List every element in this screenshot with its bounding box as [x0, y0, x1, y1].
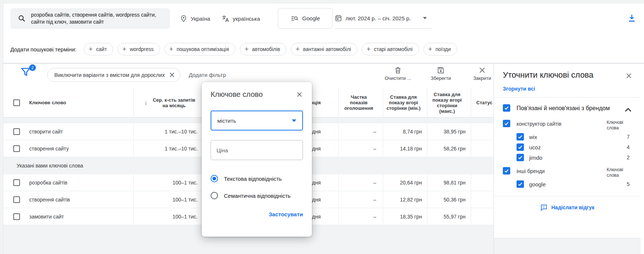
operator-select[interactable]: містить — [211, 111, 303, 131]
volume-cell: 100–1 тис. — [134, 191, 207, 208]
brand-group-row[interactable]: Пов'язані й непов'язані з брендом — [494, 98, 641, 115]
filter-funnel-button[interactable]: 2 — [20, 66, 36, 81]
header-volume[interactable]: ↓ Сер. к-сть запитів на місяць — [134, 88, 207, 117]
save-icon — [437, 66, 445, 74]
add-filter-button[interactable]: Додати фільтр — [189, 72, 226, 78]
keywords-input[interactable]: розробка сайтів, створення сайтів, wordp… — [31, 11, 160, 26]
radio-unselected-icon[interactable] — [211, 192, 218, 199]
brand-checkbox[interactable] — [517, 133, 524, 140]
add-term-chip[interactable]: +wordpress — [117, 43, 160, 55]
subgroup-checkbox[interactable] — [503, 120, 510, 127]
header-top-bid-min[interactable]: Ставка для показу вгорі сторінки (мін.) — [383, 88, 427, 117]
add-term-chip[interactable]: +поїзди — [423, 43, 457, 55]
subgroup-row[interactable]: інші бренди Ключові слова — [494, 163, 641, 179]
header-impression-share[interactable]: Частка показів оголошення — [339, 88, 383, 117]
radio-selected-icon[interactable] — [211, 175, 218, 182]
location-selector[interactable]: Україна — [180, 8, 210, 29]
date-range-selector[interactable]: лют. 2024 р. – січ. 2025 р. — [335, 8, 432, 28]
clear-label: Очистити ... — [385, 75, 411, 81]
bid-max-cell: 55,97 грн — [427, 208, 471, 225]
bid-max-cell: 98,81 грн — [427, 174, 471, 191]
remove-filter-icon[interactable] — [169, 72, 175, 78]
brand-item-row[interactable]: google 5 — [494, 179, 641, 189]
subgroup-checkbox[interactable] — [503, 167, 510, 175]
plus-icon: + — [296, 45, 300, 53]
semantic-match-option[interactable]: Семантична відповідність — [211, 192, 303, 199]
chevron-down-icon — [423, 17, 427, 19]
row-checkbox[interactable] — [13, 196, 20, 203]
select-all-checkbox[interactable] — [13, 99, 20, 106]
brand-count: 2 — [627, 155, 630, 160]
calendar-icon — [335, 14, 342, 22]
chip-label: вантажні автомобілі — [303, 46, 351, 52]
add-terms-bar: Додати пошукові терміни: +сайт +wordpres… — [3, 38, 644, 60]
header-top-bid-max[interactable]: Ставка для показу вгорі сторінки (макс.) — [427, 88, 471, 117]
page-top-edge — [0, 0, 644, 3]
check-icon — [504, 105, 509, 111]
row-checkbox[interactable] — [13, 145, 20, 152]
brand-item-row[interactable]: wix 7 — [494, 132, 641, 142]
filter-value-input[interactable] — [211, 140, 303, 160]
clear-button[interactable]: Очистити ... — [377, 66, 419, 81]
brand-label: google — [529, 181, 546, 187]
chevron-up-icon[interactable] — [624, 107, 632, 112]
subgroup-row[interactable]: конструктор сайтів Ключові слова — [494, 115, 641, 132]
bid-min-cell: 20,64 грн — [383, 174, 427, 191]
status-cell — [471, 140, 494, 157]
text-match-option[interactable]: Текстова відповідність — [211, 175, 303, 182]
bid-max-cell: 38,95 грн — [427, 123, 471, 140]
row-checkbox[interactable] — [13, 213, 20, 220]
add-term-chip[interactable]: +пошукова оптимізація — [164, 43, 235, 55]
plus-icon: + — [428, 45, 432, 53]
check-icon — [518, 182, 523, 187]
translate-icon — [222, 15, 229, 23]
bid-max-cell: 58,26 грн — [427, 140, 471, 157]
send-feedback-button[interactable]: Надіслати відгук — [494, 196, 641, 219]
header-status[interactable]: Статус — [471, 88, 494, 117]
keyword-label: створення сайту — [29, 146, 69, 152]
language-selector[interactable]: українська — [222, 8, 260, 29]
manage-search-icon — [290, 14, 299, 23]
filter-count-badge: 2 — [29, 64, 36, 71]
collapse-all-link[interactable]: Згорнути всі — [494, 82, 641, 92]
network-selector[interactable]: Google — [278, 8, 333, 28]
active-filter-chip[interactable]: Виключити варіанти з вмістом для доросли… — [47, 68, 180, 82]
brand-checkbox[interactable] — [517, 180, 524, 188]
location-pin-icon — [180, 15, 187, 22]
row-checkbox[interactable] — [13, 179, 20, 186]
group-checkbox[interactable] — [503, 104, 510, 112]
operator-value: містить — [217, 118, 236, 124]
check-icon — [504, 168, 509, 173]
text-match-label: Текстова відповідність — [224, 176, 282, 182]
save-button[interactable]: Зберегти — [420, 66, 461, 81]
volume-cell: 1 тис.–10 тис. — [134, 123, 207, 140]
status-cell — [471, 191, 494, 208]
brand-label: jimdo — [529, 155, 542, 161]
apply-button[interactable]: Застосувати — [211, 211, 303, 217]
add-term-chip[interactable]: +старі автомобілі — [362, 43, 419, 55]
brand-checkbox[interactable] — [517, 154, 524, 161]
share-cell: – — [339, 174, 383, 191]
keywords-searchbox[interactable]: розробка сайтів, створення сайтів, wordp… — [10, 8, 170, 29]
brand-checkbox[interactable] — [517, 143, 524, 151]
bid-max-cell: 50,36 грн — [427, 191, 471, 208]
trash-icon — [394, 66, 402, 74]
close-table-button[interactable]: Закрити — [461, 66, 503, 81]
brand-item-row[interactable]: ucoz 4 — [494, 142, 641, 152]
add-term-chip[interactable]: +автомобілів — [240, 43, 286, 55]
sort-desc-icon: ↓ — [144, 99, 148, 106]
volume-cell: 100–1 тис. — [134, 208, 207, 225]
add-term-chip[interactable]: +сайт — [84, 43, 113, 55]
chip-label: сайт — [96, 46, 107, 52]
close-panel-icon[interactable] — [625, 72, 633, 79]
brand-count: 4 — [627, 144, 630, 150]
close-dialog-icon[interactable] — [296, 91, 303, 98]
brand-label: ucoz — [529, 144, 541, 150]
brand-item-row[interactable]: jimdo 2 — [494, 152, 641, 163]
keyword-label: створення сайтів — [29, 197, 70, 203]
share-cell: – — [339, 208, 383, 225]
volume-cell: 100–1 тис. — [134, 174, 207, 191]
row-checkbox[interactable] — [13, 128, 20, 135]
download-button[interactable] — [626, 12, 638, 24]
add-term-chip[interactable]: +вантажні автомобілі — [291, 43, 357, 55]
